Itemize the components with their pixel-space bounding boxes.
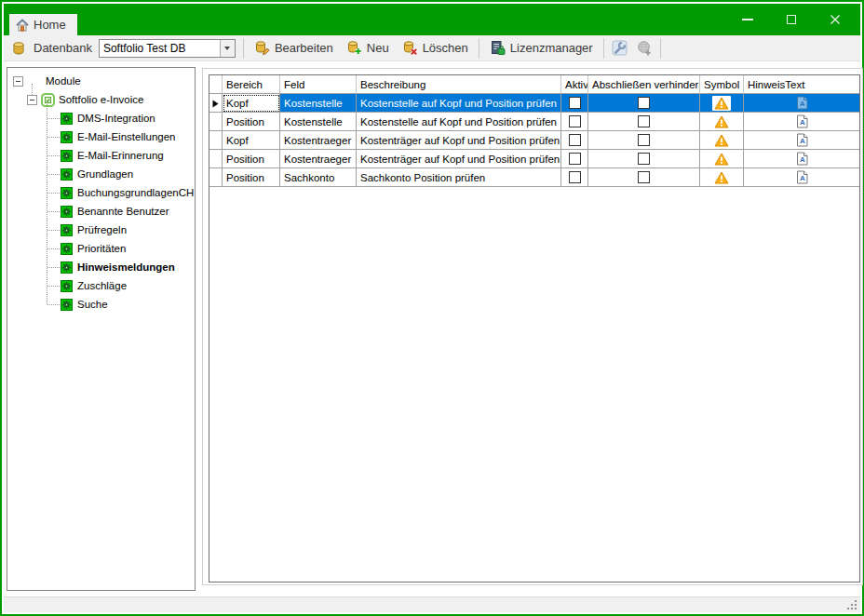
loeschen-button[interactable]: Löschen (396, 37, 475, 59)
cell-bereich[interactable]: Position (223, 150, 280, 168)
cell-feld[interactable]: Kostenstelle (280, 113, 357, 131)
cell-symbol[interactable] (700, 113, 744, 131)
lizenzmanager-button[interactable]: Lizenzmanager (483, 37, 600, 59)
cell-symbol[interactable] (700, 131, 744, 150)
aktiv-checkbox[interactable] (569, 153, 581, 165)
column-header-symbol[interactable]: Symbol (700, 75, 744, 94)
cell-abschliessen-verhindern[interactable] (588, 113, 700, 131)
cell-bereich[interactable]: Kopf (223, 94, 280, 113)
cell-hinweistext[interactable]: A (744, 150, 859, 168)
neu-button[interactable]: Neu (340, 37, 396, 59)
minimize-button[interactable] (725, 4, 769, 35)
tree-node-pr-fregeln[interactable]: Prüfregeln (7, 221, 193, 239)
aktiv-checkbox[interactable] (569, 97, 581, 109)
cell-hinweistext[interactable]: A (744, 131, 859, 150)
cell-beschreibung[interactable]: Kostenstelle auf Kopf und Position prüfe… (357, 94, 561, 113)
tree-connector (47, 137, 60, 138)
wrench-icon (612, 40, 628, 56)
cell-beschreibung[interactable]: Kostenträger auf Kopf und Position prüfe… (357, 131, 561, 150)
tree-node-dms-integration[interactable]: DMS-Integration (7, 109, 193, 127)
cell-aktiv[interactable] (561, 168, 588, 187)
tree-connector (47, 248, 60, 249)
close-button[interactable] (813, 4, 857, 35)
grid-row-header[interactable] (209, 94, 223, 113)
tab-home[interactable]: Home (9, 14, 77, 35)
cell-abschliessen-verhindern[interactable] (588, 168, 700, 187)
collapse-expander-icon[interactable] (13, 76, 23, 87)
column-header-beschreibung[interactable]: Beschreibung (357, 75, 561, 94)
cell-symbol[interactable] (700, 168, 744, 187)
cell-abschliessen-verhindern[interactable] (588, 150, 700, 168)
database-combobox-dropdown-button[interactable] (220, 40, 235, 57)
tree-node-softfolio-e-invoice[interactable]: Softfolio e-Invoice (7, 90, 193, 109)
web-button[interactable] (632, 37, 656, 60)
grid-row-header[interactable] (209, 113, 223, 131)
aktiv-checkbox[interactable] (569, 171, 581, 183)
cell-aktiv[interactable] (561, 150, 588, 168)
cell-symbol[interactable] (700, 94, 744, 113)
tree-node-e-mail-erinnerung[interactable]: E-Mail-Erinnerung (7, 146, 193, 165)
abschliessen-verhindern-checkbox[interactable] (638, 171, 650, 183)
bearbeiten-button[interactable]: Bearbeiten (248, 37, 340, 59)
minimize-icon (742, 19, 753, 20)
cell-symbol[interactable] (700, 150, 744, 168)
tree-node-e-mail-einstellungen[interactable]: E-Mail-Einstellungen (7, 127, 193, 146)
rules-grid-table: Bereich Feld Beschreibung Aktiv Abschlie… (209, 75, 859, 187)
grid-row-header[interactable] (209, 131, 223, 150)
cell-feld[interactable]: Kostentraeger (280, 131, 357, 150)
column-header-abschliessen-verhindern[interactable]: Abschließen verhindern (588, 75, 700, 94)
options-button[interactable] (608, 37, 632, 60)
maximize-button[interactable] (769, 4, 813, 35)
cell-aktiv[interactable] (561, 131, 588, 150)
abschliessen-verhindern-checkbox[interactable] (638, 97, 650, 109)
database-delete-icon (402, 40, 418, 56)
grid-row-header[interactable] (209, 150, 223, 168)
cell-beschreibung[interactable]: Kostenstelle auf Kopf und Position prüfe… (357, 113, 561, 131)
cell-feld[interactable]: Sachkonto (280, 168, 357, 187)
column-header-aktiv[interactable]: Aktiv (561, 75, 588, 94)
cell-feld[interactable]: Kostentraeger (280, 150, 357, 168)
cell-abschliessen-verhindern[interactable] (588, 94, 700, 113)
aktiv-checkbox[interactable] (569, 134, 581, 146)
column-header-hinweistext[interactable]: HinweisText (744, 75, 859, 94)
abschliessen-verhindern-checkbox[interactable] (638, 153, 650, 165)
warning-triangle-icon (714, 115, 729, 128)
cell-beschreibung[interactable]: Kostenträger auf Kopf und Position prüfe… (357, 150, 561, 168)
module-gear-icon (61, 224, 73, 236)
abschliessen-verhindern-checkbox[interactable] (638, 115, 650, 127)
tree-connector (47, 230, 60, 231)
cell-aktiv[interactable] (561, 113, 588, 131)
tree-node-label: Suche (77, 299, 108, 310)
tree-node-priorit-ten[interactable]: Prioritäten (7, 239, 193, 258)
collapse-expander-icon[interactable] (27, 95, 37, 105)
resize-grip-icon[interactable] (855, 608, 857, 609)
tree-node-module[interactable]: Module (7, 72, 193, 90)
column-header-feld[interactable]: Feld (280, 75, 357, 94)
column-header-bereich[interactable]: Bereich (223, 75, 280, 94)
tree-node-grundlagen[interactable]: Grundlagen (7, 165, 193, 183)
tree-node-label: Hinweismeldungen (77, 261, 175, 273)
cell-bereich[interactable]: Position (223, 113, 280, 131)
cell-beschreibung[interactable]: Sachkonto Position prüfen (357, 168, 561, 187)
tree-node-benannte-benutzer[interactable]: Benannte Benutzer (7, 202, 193, 221)
cell-hinweistext[interactable]: A (744, 168, 859, 187)
abschliessen-verhindern-checkbox[interactable] (638, 134, 650, 146)
cell-aktiv[interactable] (561, 94, 588, 113)
tree-connector (47, 193, 60, 194)
cell-bereich[interactable]: Kopf (223, 131, 280, 150)
database-combobox[interactable]: Softfolio Test DB (99, 39, 236, 58)
grid-row-header[interactable] (209, 168, 223, 187)
database-icon (11, 41, 26, 56)
cell-abschliessen-verhindern[interactable] (588, 131, 700, 150)
cell-feld[interactable]: Kostenstelle (280, 94, 357, 113)
aktiv-checkbox[interactable] (569, 115, 581, 127)
cell-bereich[interactable]: Position (223, 168, 280, 187)
tree-node-label: BuchungsgrundlagenCH (77, 187, 194, 198)
cell-hinweistext[interactable]: A (744, 94, 859, 113)
tree-node-buchungsgrundlagench[interactable]: BuchungsgrundlagenCH (7, 183, 193, 202)
tree-node-hinweismeldungen[interactable]: Hinweismeldungen (7, 258, 193, 276)
module-gear-icon (61, 243, 73, 255)
cell-hinweistext[interactable]: A (744, 113, 859, 131)
tree-node-suche[interactable]: Suche (7, 295, 193, 314)
tree-node-zuschl-ge[interactable]: Zuschläge (7, 276, 193, 295)
